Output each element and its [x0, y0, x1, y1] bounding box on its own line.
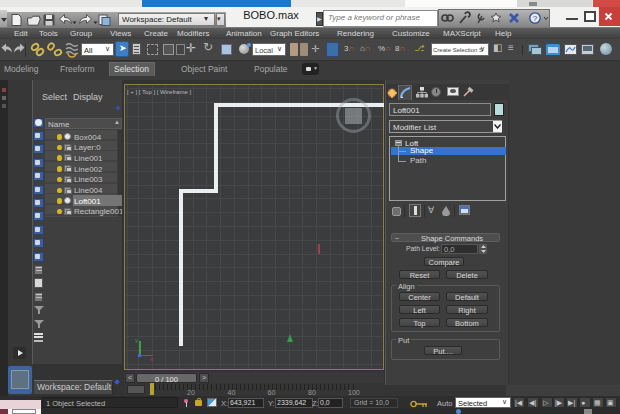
- svg-text:?: ?: [533, 14, 538, 23]
